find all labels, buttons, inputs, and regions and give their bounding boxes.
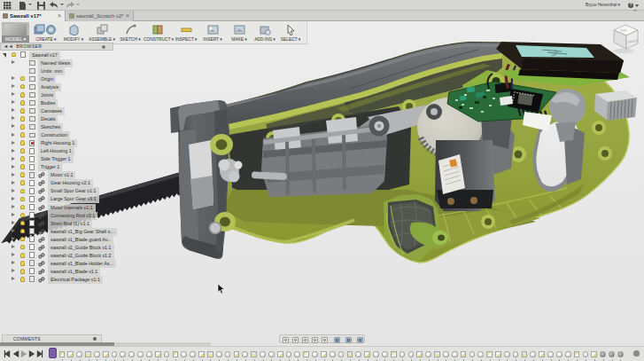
svg-text:TOP: TOP bbox=[620, 29, 627, 33]
